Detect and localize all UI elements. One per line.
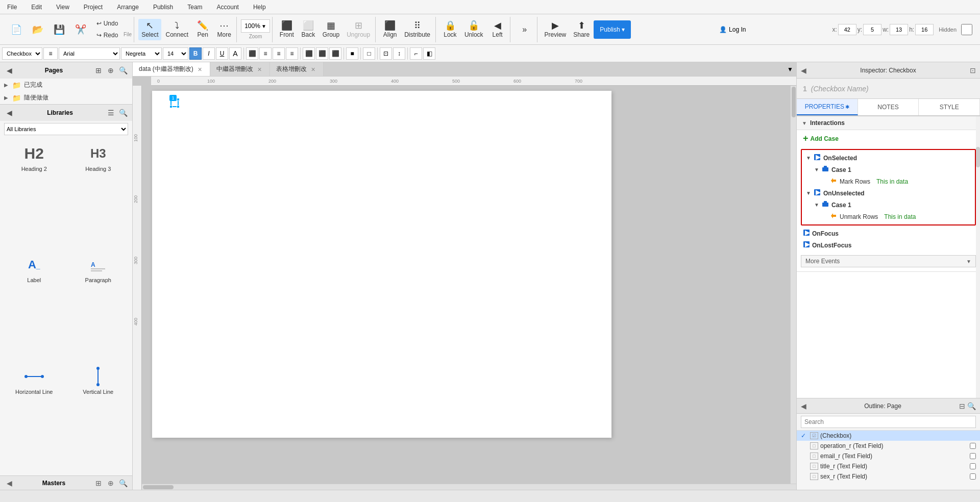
outline-vis-3[interactable] xyxy=(970,463,976,469)
bold-btn[interactable]: B xyxy=(189,47,202,60)
new-btn[interactable]: 📄 xyxy=(6,23,27,36)
tab-repeater[interactable]: 中繼器增刪改 × xyxy=(210,62,270,76)
canvas-container[interactable]: 0 100 200 300 400 500 600 700 100 200 30… xyxy=(133,77,796,490)
onselected-node[interactable]: ▼ ▶ OnSelected xyxy=(802,152,975,164)
back-btn[interactable]: ⬜ Back xyxy=(298,19,318,40)
front-btn[interactable]: ⬛ Front xyxy=(277,19,297,40)
pen-btn[interactable]: ✏️ Pen xyxy=(192,19,213,40)
handle-tr[interactable] xyxy=(177,98,180,101)
masters-collapse-btn[interactable]: ◀ xyxy=(4,478,14,488)
widget-style-btn[interactable]: ≡ xyxy=(43,47,58,60)
h-input[interactable] xyxy=(915,24,934,35)
inspector-vscroll-thumb[interactable] xyxy=(976,147,980,167)
lib-item-vline[interactable]: Vertical Line xyxy=(68,364,129,471)
lib-item-hline[interactable]: Horizontal Line xyxy=(4,364,64,471)
lib-item-paragraph[interactable]: A Paragraph xyxy=(68,253,129,360)
outline-item-operation[interactable]: □ operation_r (Text Field) xyxy=(797,441,980,451)
outline-vis-4[interactable] xyxy=(970,473,976,480)
page-item-suibianzuozuo[interactable]: ▶ 📁 隨便做做 xyxy=(0,91,132,104)
inspector-vscrollbar[interactable] xyxy=(976,116,980,398)
left-btn[interactable]: ◀ Left xyxy=(487,19,508,40)
outline-search-input[interactable] xyxy=(801,416,976,428)
tab-data[interactable]: data (中繼器增刪改) × xyxy=(133,62,210,76)
pages-add-child-btn[interactable]: ⊞ xyxy=(93,65,104,76)
connect-btn[interactable]: ⤵ Connect xyxy=(162,19,191,40)
font-size-select[interactable]: 14 xyxy=(163,47,188,60)
zoom-box[interactable]: 100% ▼ xyxy=(241,19,270,33)
select-btn[interactable]: ↖ Select xyxy=(138,19,161,40)
outline-item-sex[interactable]: □ sex_r (Text Field) xyxy=(797,471,980,482)
inspector-expand-btn[interactable]: ◀ xyxy=(801,66,806,74)
outline-item-checkbox[interactable]: ✓ ☑ (Checkbox) xyxy=(797,431,980,441)
lib-item-label[interactable]: A_ Label xyxy=(4,253,64,360)
menu-edit[interactable]: Edit xyxy=(28,3,45,12)
align-left-btn[interactable]: ⬛ xyxy=(246,47,258,60)
lib-dropdown-select[interactable]: All Libraries xyxy=(4,123,128,135)
lock-btn[interactable]: 🔒 Lock xyxy=(440,19,460,40)
handle-bl[interactable] xyxy=(169,105,173,108)
font-weight-select[interactable]: Negreta xyxy=(121,47,162,60)
libraries-search-btn[interactable]: 🔍 xyxy=(118,108,128,118)
menu-view[interactable]: View xyxy=(53,3,72,12)
masters-add-child-btn[interactable]: ⊞ xyxy=(93,478,104,488)
menu-account[interactable]: Account xyxy=(214,3,242,12)
valign-top-btn[interactable]: ⬛ xyxy=(303,47,315,60)
outline-filter-btn[interactable]: ⊟ xyxy=(959,402,965,410)
shadow-btn[interactable]: ◧ xyxy=(423,47,435,60)
outline-item-title[interactable]: □ title_r (Text Field) xyxy=(797,461,980,471)
x-input[interactable] xyxy=(838,24,856,35)
redo-btn[interactable]: ↪ Redo xyxy=(92,30,122,41)
pages-search-btn[interactable]: 🔍 xyxy=(118,65,128,76)
markrows-link[interactable]: This in data xyxy=(876,178,908,185)
outline-vis-2[interactable] xyxy=(970,453,976,459)
menu-team[interactable]: Team xyxy=(184,3,205,12)
padding-btn[interactable]: ⊡ xyxy=(380,47,392,60)
open-btn[interactable]: 📂 xyxy=(28,23,48,36)
lib-item-h3[interactable]: H3 Heading 3 xyxy=(68,141,129,248)
line-height-btn[interactable]: ↕ xyxy=(393,47,405,60)
tab-repeater-close[interactable]: × xyxy=(256,66,263,73)
menu-publish[interactable]: Publish xyxy=(150,3,176,12)
group-btn[interactable]: ▦ Group xyxy=(320,19,342,40)
tab-properties[interactable]: PROPERTIES ✱ xyxy=(797,99,858,115)
fill-btn[interactable]: ■ xyxy=(346,47,358,60)
unlock-btn[interactable]: 🔓 Unlock xyxy=(461,19,486,40)
tab-style[interactable]: STYLE xyxy=(919,99,980,115)
outline-item-email[interactable]: □ email_r (Text Field) xyxy=(797,451,980,461)
menu-project[interactable]: Project xyxy=(81,3,106,12)
canvas-vscrollbar[interactable] xyxy=(790,86,796,484)
more-btn[interactable]: ⋯ More xyxy=(214,19,234,40)
more-events-dropdown[interactable]: More Events ▼ xyxy=(801,255,976,267)
tab-table[interactable]: 表格增刪改 × xyxy=(270,62,324,76)
distribute-btn[interactable]: ⠿ Distribute xyxy=(401,19,433,40)
widget-type-select[interactable]: Checkbox xyxy=(2,47,42,60)
zoom-dropdown-icon[interactable]: ▼ xyxy=(261,23,266,29)
cut-btn[interactable]: ✂️ xyxy=(70,23,91,36)
align-right-btn[interactable]: ≡ xyxy=(273,47,285,60)
canvas-hscrollbar[interactable] xyxy=(142,484,796,490)
onunselected-case1-node[interactable]: ▼ Case 1 xyxy=(802,199,975,211)
border-btn[interactable]: □ xyxy=(363,47,375,60)
tab-data-close[interactable]: × xyxy=(197,66,204,73)
lib-item-h2[interactable]: H2 Heading 2 xyxy=(4,141,64,248)
pages-add-btn[interactable]: ⊕ xyxy=(106,65,116,76)
font-family-select[interactable]: Arial xyxy=(59,47,120,60)
align-center-btn[interactable]: ≡ xyxy=(259,47,272,60)
inspector-collapse-btn[interactable]: ⊡ xyxy=(970,66,976,74)
onselected-case1-node[interactable]: ▼ Case 1 xyxy=(802,164,975,175)
tab-table-close[interactable]: × xyxy=(310,66,317,73)
canvas-vscroll-thumb[interactable] xyxy=(792,87,796,117)
outline-back-btn[interactable]: ◀ xyxy=(801,402,806,410)
preview-btn[interactable]: ▶ Preview xyxy=(542,19,570,40)
w-input[interactable] xyxy=(890,24,908,35)
onfocus-row[interactable]: ▶ OnFocus xyxy=(797,228,980,239)
italic-btn[interactable]: I xyxy=(203,47,215,60)
masters-search-btn[interactable]: 🔍 xyxy=(118,478,128,488)
more-tools-btn[interactable]: » xyxy=(514,23,535,36)
underline-btn[interactable]: U xyxy=(216,47,228,60)
publish-btn[interactable]: Publish ▾ xyxy=(594,20,631,39)
unmarkrows-link[interactable]: This in data xyxy=(884,213,916,220)
pages-collapse-btn[interactable]: ◀ xyxy=(4,65,14,76)
align-btn[interactable]: ⬛ Align xyxy=(380,19,400,40)
outline-search-btn[interactable]: 🔍 xyxy=(967,402,976,410)
